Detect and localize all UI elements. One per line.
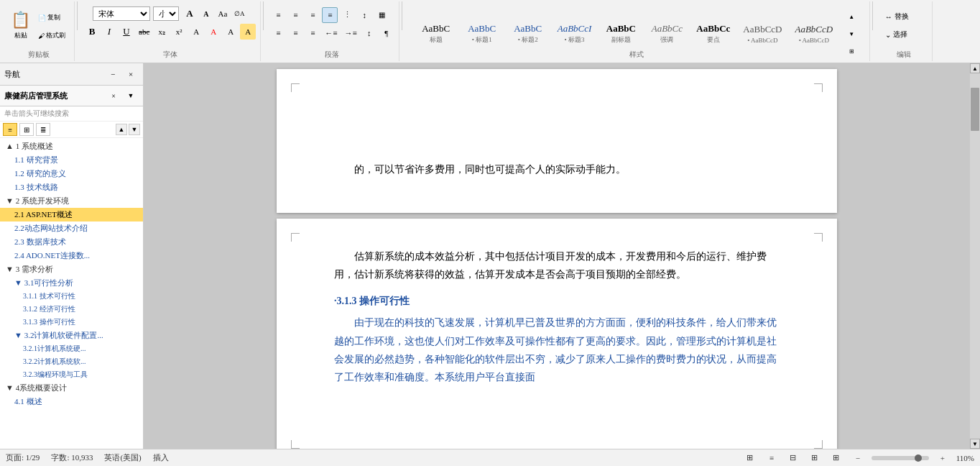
decrease-indent-button[interactable]: ←≡ [322,25,340,41]
nav-item-1-3[interactable]: 1.3 技术线路 [0,181,143,194]
numbering-button[interactable]: ≡ [287,25,303,41]
align-left-button[interactable]: ≡ [270,7,286,23]
sort-button[interactable]: ↕ [361,25,377,41]
nav-close-button[interactable]: × [123,66,139,82]
style-extra2[interactable]: AaBbCcD • AaBbCcD [790,14,838,53]
view-print-btn[interactable]: ⊞ [742,450,758,466]
nav-item-3-2-1[interactable]: 3.2.1计算机系统硬... [0,342,143,355]
view-outline-btn[interactable]: ⊞ [807,450,823,466]
word-count: 字数: 10,933 [51,452,93,463]
font-bg-button[interactable]: A [240,24,256,40]
nav-view-list[interactable]: ≡ [3,123,17,136]
multilevel-button[interactable]: ≡ [305,25,320,41]
clear-format-button[interactable]: ∅A [231,6,248,22]
italic-button[interactable]: I [101,24,117,40]
nav-item-3-2-2[interactable]: 3.2.2计算机系统软... [0,355,143,368]
style-extra1[interactable]: AaBbCcD • AaBbCcD [738,14,787,53]
doc-title-arrow[interactable]: ▼ [123,88,139,104]
align-right-button[interactable]: ≡ [305,7,320,23]
nav-panel: 导航 − × 康健药店管理系统 × ▼ 单击箭头可继续搜索 ≡ ⊞ ≣ ▲ ▼ [0,63,144,449]
style-subtitle[interactable]: AaBbC 副标题 [599,14,642,53]
style-label-subtitle: 副标题 [611,35,631,45]
underline-button[interactable]: U [119,24,134,40]
nav-item-ch2[interactable]: ▼ 2 系统开发环境 [0,194,143,208]
nav-item-3-1[interactable]: ▼ 3.1可行性分析 [0,276,143,290]
view-full-btn[interactable]: ≡ [764,450,780,466]
font-label: 字体 [80,50,260,60]
nav-arrow-down[interactable]: ▼ [129,124,140,135]
strikethrough-button[interactable]: abc [136,24,152,40]
corner2-bl [291,440,300,449]
line-spacing-button[interactable]: ↕ [356,7,372,23]
doc-title-close[interactable]: × [106,88,121,104]
nav-item-1-1[interactable]: 1.1 研究背景 [0,153,143,167]
style-h1[interactable]: AaBbC • 标题1 [461,14,504,53]
style-preview-emphasis: AaBbCc [652,23,683,35]
highlight-color-button[interactable]: A [188,24,204,40]
nav-item-2-3[interactable]: 2.3 数据库技术 [0,235,143,249]
nav-item-3-1-3[interactable]: 3.1.3 操作可行性 [0,316,143,329]
nav-item-1-2[interactable]: 1.2 研究的意义 [0,167,143,181]
nav-item-3-1-1[interactable]: 3.1.1 技术可行性 [0,290,143,303]
select-button[interactable]: ⌄选择 [882,27,925,42]
nav-item-2-4[interactable]: 2.4 ADO.NET连接数... [0,249,143,262]
style-normal[interactable]: AaBbC 标题 [415,14,458,53]
style-strong[interactable]: AaBbCc 要点 [691,14,735,53]
style-h3[interactable]: AaBbCcI • 标题3 [553,14,597,53]
nav-item-3-1-2[interactable]: 3.1.2 经济可行性 [0,303,143,316]
change-case-button[interactable]: Aa [215,6,231,22]
nav-item-3-2[interactable]: ▼ 3.2计算机软硬件配置... [0,329,143,342]
doc-text-page1: 的，可以节省许多费用，同时也可提高个人的实际动手能力。 [334,160,626,178]
nav-search-hint: 单击箭头可继续搜索 [0,106,143,122]
nav-pin-button[interactable]: − [105,66,121,82]
zoom-out-btn[interactable]: − [850,450,866,466]
shading-button[interactable]: ▦ [374,7,389,23]
view-web-btn[interactable]: ⊟ [785,450,801,466]
nav-item-2-1[interactable]: 2.1 ASP.NET概述 [0,208,143,221]
show-marks-button[interactable]: ¶ [379,25,394,41]
nav-item-ch1[interactable]: ▲ 1 系统概述 [0,140,143,153]
zoom-in-btn[interactable]: + [935,450,951,466]
format-brush-button[interactable]: 🖌格式刷 [35,28,70,44]
doc-heading-3-1-3: ·3.1.3 操作可行性 [334,296,410,306]
distributed-button[interactable]: ⋮ [339,7,355,23]
increase-indent-button[interactable]: →≡ [341,25,359,41]
align-center-button[interactable]: ≡ [287,7,303,23]
replace-button[interactable]: ↔替换 [882,9,925,24]
subscript-button[interactable]: x₂ [154,24,170,40]
font-size-select[interactable]: 小四 [153,6,179,21]
superscript-button[interactable]: x² [171,24,187,40]
font-color-button[interactable]: A [205,24,221,40]
copy-button[interactable]: 📄复制 [35,10,70,26]
view-draft-btn[interactable]: ⊞ [828,450,844,466]
nav-arrow-up[interactable]: ▲ [116,124,127,135]
nav-view-outline[interactable]: ≣ [36,123,50,136]
bold-button[interactable]: B [84,24,100,40]
style-h2[interactable]: AaBbC • 标题2 [507,14,550,53]
style-emphasis[interactable]: AaBbCc 强调 [645,14,688,53]
nav-item-4-1[interactable]: 4.1 概述 [0,395,143,408]
nav-item-ch4[interactable]: ▼ 4系统概要设计 [0,381,143,395]
styles-scroll-down[interactable]: ▼ [843,26,859,42]
edit-label: 编辑 [875,50,932,60]
paste-button[interactable]: 📋 粘贴 [7,6,34,45]
corner2-tl [291,233,300,242]
font-shade-button[interactable]: A [223,24,239,40]
nav-item-3-2-3[interactable]: 3.2.3编程环境与工具 [0,368,143,381]
nav-item-ch3[interactable]: ▼ 3 需求分析 [0,262,143,276]
zoom-slider[interactable] [872,456,929,460]
styles-scroll-up[interactable]: ▲ [843,9,859,24]
scroll-thumb[interactable] [971,88,979,131]
document-area[interactable]: 的，可以节省许多费用，同时也可提高个人的实际动手能力。 估算新系统的成本效益分析… [144,63,970,449]
style-preview-h2: AaBbC [514,23,542,35]
font-name-select[interactable]: 宋体 [93,6,150,21]
nav-view-grid[interactable]: ⊞ [19,123,34,136]
justify-button[interactable]: ≡ [322,7,338,23]
decrease-font-button[interactable]: A [198,6,214,22]
scroll-down-arrow[interactable]: ▼ [970,439,980,449]
clipboard-section: 📋 粘贴 📄复制 🖌格式刷 剪贴板 [3,1,75,61]
bullets-button[interactable]: ≡ [270,25,286,41]
increase-font-button[interactable]: A [182,6,198,22]
scroll-up-arrow[interactable]: ▲ [970,63,980,73]
nav-item-2-2[interactable]: 2.2动态网站技术介绍 [0,221,143,235]
